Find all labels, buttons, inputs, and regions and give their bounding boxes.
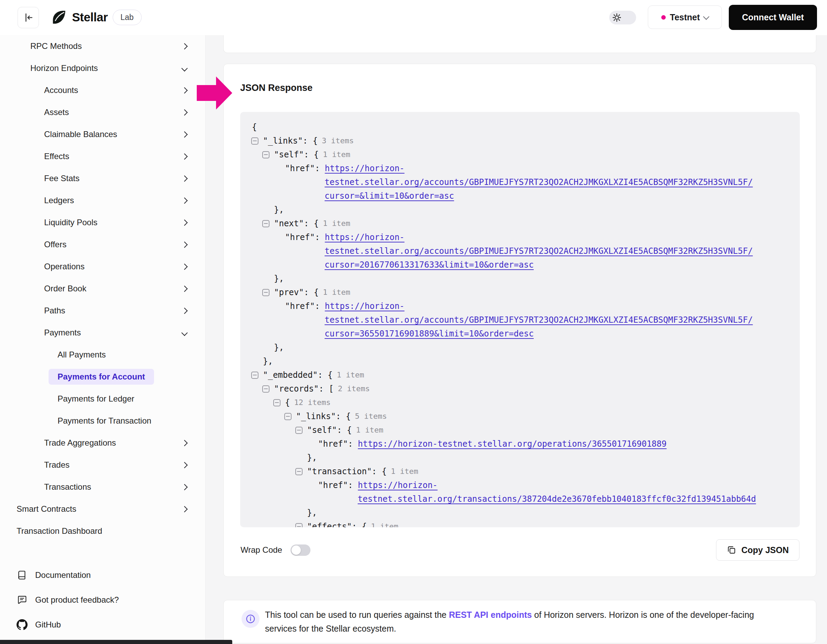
sidebar-footer-github[interactable]: GitHub [0, 612, 205, 637]
json-punct: : { [318, 368, 332, 382]
json-meta: 12 items [294, 396, 331, 409]
sidebar-item-label: Payments [44, 328, 81, 338]
info-text: This tool can be used to run queries aga… [265, 608, 779, 635]
sidebar-item-transactions[interactable]: Transactions [0, 476, 205, 498]
scrollbar-thumb[interactable] [0, 640, 232, 644]
json-line: "href": https://horizon- [240, 478, 800, 492]
collapse-toggle-icon[interactable] [262, 151, 270, 159]
sidebar-footer-got-product-feedback[interactable]: Got product feedback? [0, 588, 205, 612]
json-key: "href" [285, 230, 315, 244]
chevron-right-icon [181, 109, 187, 115]
json-key: "next" [274, 216, 304, 230]
book-icon [17, 569, 28, 581]
sidebar-item-liquidity-pools[interactable]: Liquidity Pools [0, 212, 205, 233]
info-banner: This tool can be used to run queries aga… [223, 600, 816, 643]
sidebar-item-payments[interactable]: Payments [0, 322, 205, 344]
network-selector[interactable]: Testnet [648, 6, 722, 29]
json-link[interactable]: https://horizon- [325, 162, 404, 175]
sidebar-item-trade-aggregations[interactable]: Trade Aggregations [0, 432, 205, 454]
sidebar-footer-documentation[interactable]: Documentation [0, 563, 205, 588]
json-line: { [240, 120, 800, 134]
sidebar-item-label: Payments for Transaction [58, 416, 151, 426]
json-punct: : { [303, 134, 318, 148]
sidebar-item-payments-for-account[interactable]: Payments for Account [0, 366, 205, 388]
collapse-toggle-icon[interactable] [262, 220, 270, 227]
sidebar-item-label: Claimable Balances [44, 129, 117, 139]
collapse-toggle-icon[interactable] [251, 137, 258, 145]
sidebar-item-ledgers[interactable]: Ledgers [0, 190, 205, 212]
sidebar-item-fee-stats[interactable]: Fee Stats [0, 167, 205, 190]
collapse-toggle-icon[interactable] [273, 399, 281, 406]
sidebar-item-accounts[interactable]: Accounts [0, 79, 205, 101]
json-link[interactable]: testnet.stellar.org/accounts/GBPIMUEJFYS… [325, 244, 753, 258]
sidebar-item-payments-for-ledger[interactable]: Payments for Ledger [0, 388, 205, 410]
json-link[interactable]: https://horizon- [325, 230, 404, 244]
network-name: Testnet [670, 12, 700, 22]
sidebar-item-transaction-dashboard[interactable]: Transaction Dashboard [0, 520, 205, 542]
sidebar-nav: RPC MethodsHorizon EndpointsAccountsAsse… [0, 35, 205, 542]
sidebar-item-label: Trades [44, 460, 70, 470]
sidebar-item-trades[interactable]: Trades [0, 454, 205, 476]
wrap-code-toggle[interactable] [290, 544, 311, 556]
collapse-toggle-icon[interactable] [295, 523, 303, 527]
rest-api-endpoints-link[interactable]: REST API endpoints [449, 610, 532, 619]
json-link[interactable]: https://horizon-testnet.stellar.org/oper… [358, 437, 667, 451]
sidebar-item-offers[interactable]: Offers [0, 233, 205, 255]
json-key: "effects" [307, 520, 352, 527]
json-line: }, [240, 506, 800, 520]
sidebar-item-payments-for-transaction[interactable]: Payments for Transaction [0, 410, 205, 432]
collapse-sidebar-button[interactable] [17, 7, 39, 28]
sidebar: RPC MethodsHorizon EndpointsAccountsAsse… [0, 35, 206, 644]
info-text-before: This tool can be used to run queries aga… [265, 610, 449, 619]
json-link[interactable]: testnet.stellar.org/accounts/GBPIMUEJFYS… [325, 313, 753, 327]
sidebar-item-rpc-methods[interactable]: RPC Methods [0, 35, 205, 57]
sidebar-item-label: RPC Methods [30, 41, 82, 51]
sidebar-item-label: Fee Stats [44, 174, 80, 183]
collapse-toggle-icon[interactable] [262, 289, 270, 296]
json-link[interactable]: https://horizon- [325, 299, 404, 313]
json-link[interactable]: https://horizon- [358, 478, 438, 492]
sidebar-item-operations[interactable]: Operations [0, 255, 205, 278]
json-link[interactable]: cursor=365501716901889&limit=10&order=de… [325, 327, 534, 341]
sidebar-item-label: Horizon Endpoints [30, 63, 98, 73]
collapse-toggle-icon[interactable] [251, 372, 258, 379]
sidebar-footer: DocumentationGot product feedback?GitHub [0, 563, 205, 637]
sidebar-item-label: Trade Aggregations [44, 438, 116, 448]
json-link[interactable]: testnet.stellar.org/accounts/GBPIMUEJFYS… [325, 175, 753, 189]
collapse-toggle-icon[interactable] [262, 385, 270, 393]
collapse-toggle-icon[interactable] [284, 413, 292, 420]
json-link[interactable]: testnet.stellar.org/transactions/387204d… [358, 492, 756, 506]
collapse-toggle-icon[interactable] [295, 468, 303, 475]
json-key: "href" [285, 162, 315, 175]
json-punct: }, [307, 506, 317, 520]
json-punct: : { [304, 216, 319, 230]
wrap-code-row: Wrap Code [240, 539, 311, 561]
json-link[interactable]: cursor=&limit=10&order=asc [325, 189, 454, 203]
connect-wallet-button[interactable]: Connect Wallet [729, 5, 817, 30]
json-punct: : [ [319, 382, 334, 396]
json-line: cursor=2016770613317633&limit=10&order=a… [240, 258, 800, 272]
chevron-right-icon [181, 440, 187, 446]
sidebar-item-claimable-balances[interactable]: Claimable Balances [0, 123, 205, 145]
sidebar-item-horizon-endpoints[interactable]: Horizon Endpoints [0, 57, 205, 79]
wrap-code-label: Wrap Code [240, 545, 282, 555]
chevron-right-icon [181, 198, 187, 204]
json-link[interactable]: cursor=2016770613317633&limit=10&order=a… [325, 258, 534, 272]
sidebar-item-assets[interactable]: Assets [0, 101, 205, 123]
theme-toggle[interactable] [609, 11, 636, 25]
sidebar-item-order-book[interactable]: Order Book [0, 278, 205, 300]
sidebar-item-effects[interactable]: Effects [0, 145, 205, 167]
copy-json-button[interactable]: Copy JSON [716, 539, 799, 561]
chevron-right-icon [181, 308, 187, 314]
json-meta: 1 item [323, 216, 350, 230]
json-line: }, [240, 272, 800, 286]
collapse-toggle-icon[interactable] [295, 427, 303, 434]
json-viewer[interactable]: {"_links": {3 items"self": {1 item"href"… [240, 112, 800, 527]
sidebar-item-label: Operations [44, 262, 84, 271]
json-line: cursor=&limit=10&order=asc [240, 189, 800, 203]
json-line: "_links": {5 items [240, 409, 800, 423]
sidebar-item-smart-contracts[interactable]: Smart Contracts [0, 498, 205, 520]
chevron-right-icon [181, 153, 187, 159]
sidebar-item-paths[interactable]: Paths [0, 300, 205, 322]
sidebar-item-all-payments[interactable]: All Payments [0, 344, 205, 366]
